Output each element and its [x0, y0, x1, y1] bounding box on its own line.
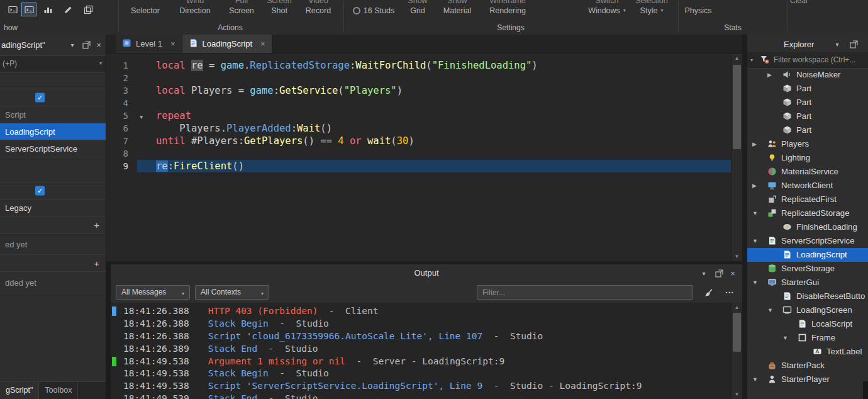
- explorer-item-serverscriptservice[interactable]: ▼ServerScriptService: [747, 234, 868, 248]
- explorer-item-frame[interactable]: ▼Frame: [747, 331, 868, 345]
- explorer-item-replicatedstorage[interactable]: ▼ReplicatedStorage: [747, 206, 868, 220]
- command-bar-icon[interactable]: [21, 3, 36, 16]
- property-row[interactable]: ed yet: [0, 233, 106, 255]
- chevron-down-icon[interactable]: ▾: [832, 38, 843, 50]
- scroll-down-icon[interactable]: ▼: [732, 391, 742, 397]
- add-item-row[interactable]: +: [0, 216, 106, 233]
- close-icon[interactable]: ×: [727, 267, 738, 279]
- explorer-item-starterplayer[interactable]: ▼StarterPlayer: [747, 373, 868, 386]
- explorer-item-loadingscript[interactable]: LoadingScript: [747, 248, 868, 262]
- explorer-item-localscript[interactable]: LocalScript: [747, 317, 868, 331]
- tab-toolbox[interactable]: Toolbox: [39, 382, 78, 399]
- explorer-item-networkclient[interactable]: ▶NetworkClient: [747, 179, 868, 193]
- output-window-icon[interactable]: [5, 3, 20, 16]
- property-row[interactable]: ServerScriptService: [0, 140, 106, 157]
- output-log[interactable]: 18:41:26.388HTTP 403 (Forbidden) - Clien…: [111, 303, 731, 399]
- fold-arrow-icon[interactable]: ▼: [140, 111, 143, 123]
- checkbox-checked-icon[interactable]: ✓: [35, 186, 45, 196]
- ribbon-button-full-screen[interactable]: FullScreen: [221, 0, 262, 23]
- tree-collapse-icon[interactable]: ▼: [782, 335, 788, 341]
- tree-collapse-icon[interactable]: ▼: [752, 210, 758, 216]
- close-tab-icon[interactable]: ×: [260, 39, 265, 48]
- scrollbar-thumb[interactable]: [733, 313, 741, 352]
- explorer-item-startergui[interactable]: ▼StarterGui: [747, 276, 868, 289]
- explorer-item-disableresetbutto[interactable]: DisableResetButto: [747, 289, 868, 303]
- ribbon-button-selection-style[interactable]: SelectionStyle▾: [632, 0, 671, 23]
- property-row[interactable]: Script: [0, 106, 106, 123]
- code-line-9[interactable]: 9re:FireClient(): [106, 160, 731, 172]
- output-scrollbar[interactable]: ▲ ▼: [731, 303, 742, 399]
- messages-filter-dropdown[interactable]: ▾ All Messages: [116, 285, 190, 300]
- code-line-3[interactable]: 3local Players = game:GetService("Player…: [106, 84, 731, 97]
- explorer-item-textlabel[interactable]: TextLabel: [747, 345, 868, 359]
- contexts-filter-dropdown[interactable]: ▾ All Contexts: [195, 285, 269, 300]
- scrollbar-thumb[interactable]: [733, 65, 741, 149]
- ribbon-button-switch-windows[interactable]: SwitchWindows▾: [582, 0, 632, 23]
- tree-expand-icon[interactable]: ▶: [767, 72, 772, 78]
- ribbon-clear-label[interactable]: Clear: [790, 0, 808, 5]
- code-line-8[interactable]: 8: [106, 147, 731, 160]
- dock-icon[interactable]: [713, 267, 725, 279]
- code-area[interactable]: 1local re = game.ReplicatedStorage:WaitF…: [106, 53, 731, 261]
- clear-output-icon[interactable]: [701, 286, 716, 300]
- editor-scrollbar[interactable]: ▲ ▼: [731, 53, 742, 261]
- scroll-down-icon[interactable]: ▼: [732, 254, 742, 259]
- tree-collapse-icon[interactable]: ▼: [752, 376, 758, 383]
- code-line-1[interactable]: 1local re = game.ReplicatedStorage:WaitF…: [106, 59, 731, 72]
- performance-stats-icon[interactable]: [40, 3, 55, 16]
- ribbon-button-video-record[interactable]: VideoRecord: [298, 0, 338, 23]
- tree-collapse-icon[interactable]: ▼: [752, 279, 758, 286]
- code-line-4[interactable]: 4: [106, 97, 731, 110]
- explorer-item-part[interactable]: Part: [747, 110, 868, 123]
- explorer-item-part[interactable]: Part: [747, 96, 868, 110]
- ribbon-button-grid-size[interactable]: 16 Studs: [346, 0, 401, 23]
- tab-loadingscript[interactable]: LoadingScript ×: [182, 35, 272, 53]
- ribbon-button-wireframe-rendering[interactable]: WireframeRendering: [482, 0, 533, 23]
- ribbon-button-show-material[interactable]: ShowMaterial: [437, 0, 478, 23]
- explorer-item-materialservice[interactable]: MaterialService: [747, 165, 868, 179]
- quick-edit-icon[interactable]: [60, 3, 75, 16]
- scroll-up-icon[interactable]: ▲: [732, 305, 742, 310]
- ribbon-button-wind-direction[interactable]: WindDirection: [171, 0, 219, 23]
- explorer-item-serverstorage[interactable]: ServerStorage: [747, 262, 868, 276]
- close-icon[interactable]: ×: [93, 39, 104, 50]
- explorer-filter[interactable]: ▾ Filter workspace (Ctrl+...: [747, 52, 868, 69]
- scroll-up-icon[interactable]: ▲: [732, 55, 742, 61]
- explorer-item-players[interactable]: ▶Players: [747, 137, 868, 151]
- explorer-item-noisemaker[interactable]: ▶NoiseMaker: [747, 68, 868, 82]
- tree-expand-icon[interactable]: ▶: [752, 141, 757, 147]
- code-line-5[interactable]: 5▼repeat: [106, 110, 731, 122]
- code-line-7[interactable]: 7until #Players:GetPlayers() == 4 or wai…: [106, 135, 731, 147]
- add-item-row[interactable]: +: [0, 255, 106, 272]
- explorer-item-finishedloading[interactable]: FinishedLoading: [747, 220, 868, 234]
- output-filter-input[interactable]: [477, 285, 693, 300]
- code-line-2[interactable]: 2: [106, 72, 731, 84]
- close-tab-icon[interactable]: ×: [170, 39, 175, 48]
- code-line-6[interactable]: 6 Players.PlayerAdded:Wait(): [106, 122, 731, 135]
- ribbon-button-physics[interactable]: Physics: [679, 0, 717, 23]
- ribbon-button-selector[interactable]: Selector: [123, 0, 167, 23]
- duplicate-icon[interactable]: [81, 3, 96, 16]
- dock-icon[interactable]: [848, 38, 859, 50]
- add-button[interactable]: +: [94, 258, 99, 269]
- dock-icon[interactable]: [81, 39, 92, 50]
- explorer-item-part[interactable]: Part: [747, 82, 868, 96]
- explorer-item-loadingscreen[interactable]: ▼LoadingScreen: [747, 303, 868, 317]
- property-row[interactable]: LoadingScript: [0, 123, 106, 140]
- tree-expand-icon[interactable]: ▶: [752, 183, 757, 189]
- tree-collapse-icon[interactable]: ▼: [752, 238, 758, 244]
- tree-collapse-icon[interactable]: ▼: [767, 307, 773, 313]
- checkbox-checked-icon[interactable]: ✓: [35, 93, 45, 103]
- add-button[interactable]: +: [94, 220, 99, 230]
- chevron-down-icon[interactable]: ▾: [67, 39, 78, 50]
- explorer-item-starterpack[interactable]: StarterPack: [747, 359, 868, 373]
- property-row[interactable]: dded yet: [0, 272, 106, 293]
- explorer-item-replicatedfirst[interactable]: ReplicatedFirst: [747, 193, 868, 206]
- ribbon-button-screen-shot[interactable]: ScreenShot: [260, 0, 298, 23]
- property-row[interactable]: ✓: [0, 183, 106, 200]
- more-options-icon[interactable]: ···: [722, 286, 737, 300]
- ribbon-button-show-grid[interactable]: ShowGrid: [401, 0, 434, 23]
- explorer-item-part[interactable]: Part: [747, 123, 868, 137]
- explorer-item-lighting[interactable]: Lighting: [747, 151, 868, 165]
- properties-filter[interactable]: (+P) ▾: [0, 56, 106, 72]
